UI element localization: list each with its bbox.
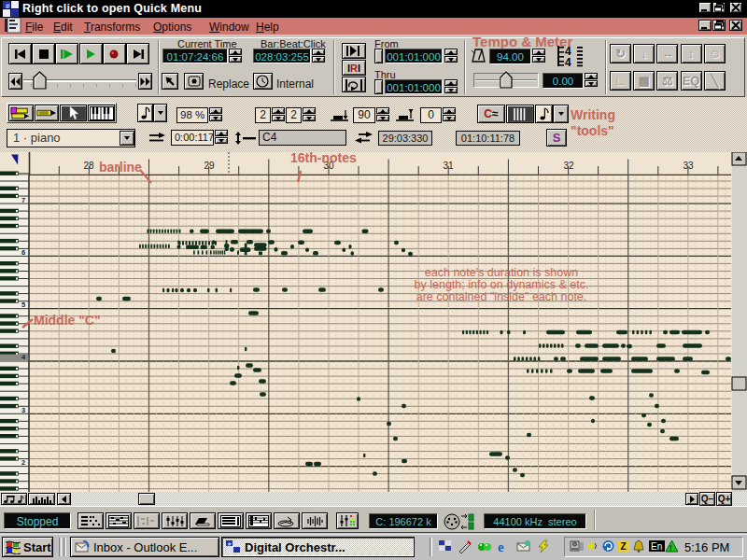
svg-text:Z: Z <box>621 541 627 552</box>
svg-text:#: # <box>6 2 10 10</box>
svg-text:Middle "C": Middle "C" <box>34 313 101 328</box>
svg-text:6: 6 <box>21 248 25 257</box>
svg-text:32: 32 <box>563 161 574 171</box>
svg-text:n: n <box>13 9 17 17</box>
svg-text:e: e <box>498 539 504 553</box>
svg-text:3: 3 <box>21 406 25 414</box>
svg-text:4: 4 <box>565 56 571 68</box>
svg-text:En: En <box>651 541 662 552</box>
svg-text:barline: barline <box>99 160 142 175</box>
svg-text:16th-notes: 16th-notes <box>290 152 357 165</box>
svg-text:each note's duration is shown: each note's duration is shown <box>425 266 578 279</box>
svg-text:7: 7 <box>21 196 25 204</box>
svg-text:5: 5 <box>21 301 25 309</box>
svg-text:!: ! <box>669 543 672 553</box>
svg-text:by length; info on dynamics &: by length; info on dynamics & etc. <box>415 278 589 291</box>
svg-text:29: 29 <box>204 161 215 171</box>
svg-text:2: 2 <box>21 458 25 467</box>
svg-text:n: n <box>235 548 238 553</box>
svg-text:are contained "inside" each no: are contained "inside" each note. <box>416 290 587 303</box>
